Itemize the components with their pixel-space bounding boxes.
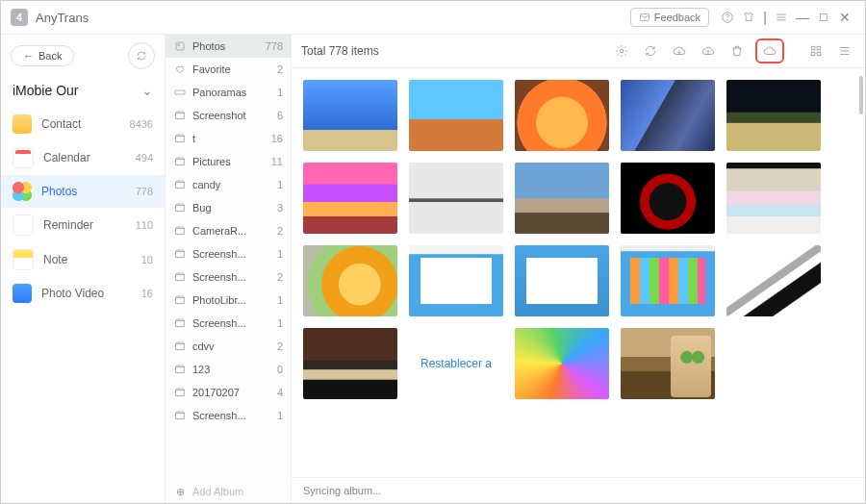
album-label: Screensh... [192, 271, 246, 283]
album-count: 2 [277, 63, 283, 75]
menu-button[interactable] [771, 7, 792, 28]
sidebar-item-label: Contact [41, 117, 81, 131]
refresh-button[interactable] [128, 42, 155, 69]
photo-thumbnail[interactable] [515, 80, 609, 151]
photo-thumbnail[interactable] [726, 163, 821, 234]
album-row[interactable]: t16 [166, 127, 291, 150]
contact-icon [13, 114, 32, 134]
cloud-upload-icon [701, 44, 715, 58]
svg-point-7 [620, 49, 624, 53]
svg-rect-4 [176, 42, 184, 50]
photo-thumbnail[interactable] [621, 245, 715, 316]
help-icon [721, 11, 734, 24]
album-count: 4 [277, 387, 283, 398]
delete-button[interactable] [726, 41, 748, 61]
album-count: 6 [277, 110, 283, 121]
album-row[interactable]: cdvv2 [166, 335, 291, 358]
close-button[interactable]: ✕ [834, 7, 855, 28]
view-grid-button[interactable] [805, 41, 827, 61]
photo-thumbnail[interactable] [409, 163, 503, 234]
album-row[interactable]: Favorite2 [166, 58, 291, 81]
photo-thumbnail[interactable] [621, 80, 715, 151]
cloud-download-button[interactable] [669, 41, 690, 61]
album-label: Favorite [192, 63, 231, 75]
video-icon [13, 284, 32, 303]
sync-button[interactable] [640, 41, 661, 61]
photo-thumbnail[interactable] [621, 163, 715, 234]
sidebar-item-photos[interactable]: Photos778 [1, 175, 165, 208]
calendar-icon [13, 147, 34, 168]
sidebar-item-photo-video[interactable]: Photo Video16 [1, 277, 165, 310]
reminder-icon [13, 214, 34, 236]
photo-thumbnail[interactable] [621, 328, 715, 399]
back-label: Back [38, 50, 62, 62]
album-count: 1 [277, 248, 283, 260]
photo-thumbnail[interactable] [303, 80, 397, 151]
to-icloud-button[interactable] [755, 38, 784, 63]
album-label: CameraR... [192, 225, 246, 237]
square-icon [818, 12, 829, 23]
photo-thumbnail[interactable] [515, 245, 609, 316]
album-count: 16 [271, 133, 283, 144]
photo-thumbnail[interactable] [303, 328, 397, 399]
minimize-button[interactable]: — [792, 7, 813, 28]
album-row[interactable]: candy1 [166, 173, 291, 196]
sidebar-item-reminder[interactable]: Reminder110 [1, 208, 165, 242]
album-row[interactable]: Photos778 [166, 35, 291, 58]
photo-thumbnail[interactable] [409, 245, 503, 316]
album-row[interactable]: Panoramas1 [166, 81, 291, 104]
photo-thumbnail[interactable]: Restablecer a [409, 328, 503, 399]
photo-thumbnail[interactable] [515, 163, 609, 234]
back-button[interactable]: ← Back [11, 45, 74, 66]
sidebar-item-contact[interactable]: Contact8436 [1, 108, 165, 140]
photo-thumbnail[interactable] [515, 328, 609, 399]
album-row[interactable]: Screensh...1 [166, 242, 291, 265]
photo-thumbnail[interactable] [726, 245, 821, 316]
theme-button[interactable] [738, 7, 759, 28]
album-row[interactable]: Screensh...2 [166, 265, 291, 289]
album-row[interactable]: Screensh...1 [166, 404, 291, 427]
album-count: 1 [277, 317, 283, 329]
album-label: Bug [192, 202, 212, 214]
view-list-button[interactable] [834, 41, 855, 61]
album-row[interactable]: Screensh...1 [166, 312, 291, 335]
album-icon [173, 39, 187, 53]
photo-thumbnail[interactable] [303, 163, 397, 234]
album-count: 11 [271, 156, 283, 167]
cloud-upload-button[interactable] [698, 41, 719, 61]
scrollbar[interactable] [859, 76, 863, 114]
album-row[interactable]: Bug3 [166, 196, 291, 219]
album-row[interactable]: 201702074 [166, 381, 291, 404]
add-album-button[interactable]: ⊕ Add Album [166, 480, 291, 503]
thumbnail-grid: Restablecer a [303, 80, 865, 399]
svg-rect-0 [640, 14, 649, 21]
sidebar-item-note[interactable]: Note10 [1, 242, 165, 277]
photo-thumbnail[interactable] [303, 245, 397, 316]
album-row[interactable]: 1230 [166, 358, 291, 381]
thumb-text: Restablecer a [420, 357, 492, 370]
gear-icon [615, 44, 628, 58]
album-icon [173, 109, 187, 122]
refresh-icon [136, 50, 147, 62]
plus-icon: ⊕ [173, 485, 187, 498]
photo-thumbnail[interactable] [409, 80, 503, 151]
settings-button[interactable] [611, 41, 632, 61]
device-row[interactable]: iMobie Our ⌄ [1, 77, 165, 104]
album-count: 1 [277, 410, 283, 421]
sidebar-item-count: 8436 [130, 118, 153, 130]
photo-thumbnail[interactable] [726, 80, 821, 151]
svg-point-2 [727, 20, 728, 21]
album-row[interactable]: PhotoLibr...1 [166, 289, 291, 312]
svg-point-5 [178, 44, 180, 46]
album-row[interactable]: Screenshot6 [166, 104, 291, 127]
category-list: Contact8436 Calendar494 Photos778 Remind… [1, 104, 165, 503]
album-count: 2 [277, 340, 283, 352]
maximize-button[interactable] [813, 7, 834, 28]
album-icon [173, 340, 187, 353]
sidebar-item-calendar[interactable]: Calendar494 [1, 140, 165, 175]
album-row[interactable]: Pictures11 [166, 150, 291, 173]
help-button[interactable] [717, 7, 738, 28]
album-row[interactable]: CameraR...2 [166, 219, 291, 242]
feedback-button[interactable]: Feedback [630, 8, 709, 27]
cloud-icon [763, 44, 777, 58]
